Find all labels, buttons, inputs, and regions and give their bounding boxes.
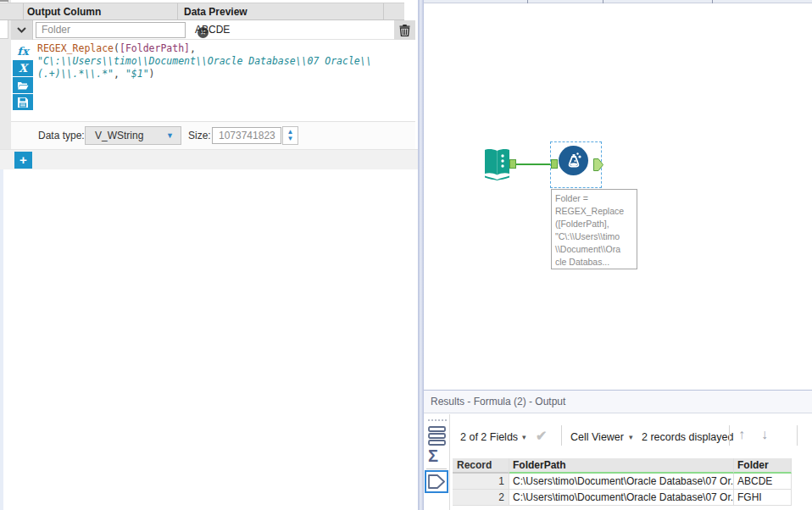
expression-line-1: REGEX_Replace([FolderPath], <box>37 42 405 55</box>
data-type-row: Data type: V_WString ▼ Size: 1073741823 … <box>11 121 415 149</box>
expression-toolbar: fx X <box>13 43 33 111</box>
output-field-row: Folder ✕ ABCDE <box>11 20 415 40</box>
canvas-top-edge <box>424 0 812 3</box>
metadata-view-button[interactable] <box>428 426 446 449</box>
results-panel: Results - Formula (2) - Output Σ <box>424 390 812 510</box>
panel-splitter[interactable] <box>418 0 424 510</box>
fields-caret-icon[interactable]: ▾ <box>522 433 526 441</box>
column-header-bar: Output Column Data Preview <box>0 3 404 20</box>
formula-flask-icon <box>564 151 584 171</box>
functions-button[interactable]: fx <box>13 43 33 59</box>
add-expression-row: + <box>0 149 418 169</box>
strip-divider <box>426 468 447 469</box>
stacked-bars-icon <box>428 426 446 446</box>
fields-dropdown[interactable]: 2 of 2 Fields <box>460 431 518 443</box>
table-row[interactable]: 2 C:\Users\timo\Document\Oracle Database… <box>453 490 792 506</box>
save-expression-button[interactable] <box>13 94 33 110</box>
delete-expression-button[interactable] <box>394 20 415 40</box>
data-type-label: Data type: <box>38 130 85 141</box>
save-icon <box>18 97 28 108</box>
data-view-icon <box>427 474 446 490</box>
workflow-canvas: Folder = REGEX_Replace ([FolderPath], "C… <box>424 0 812 390</box>
header-record[interactable]: Record <box>453 458 509 474</box>
size-stepper[interactable]: ▲ ▼ <box>282 126 298 145</box>
connection-line <box>516 164 551 165</box>
variables-button[interactable]: X <box>13 60 33 76</box>
alteryx-designer-window: Output Column Data Preview Folder ✕ ABCD… <box>0 0 812 510</box>
fx-icon: fx <box>17 45 28 58</box>
data-preview-value: ABCDE <box>195 24 230 36</box>
input-data-tool[interactable] <box>484 148 510 184</box>
sigma-icon: Σ <box>428 446 438 465</box>
profile-view-button[interactable]: Σ <box>428 446 438 466</box>
header-folder[interactable]: Folder <box>734 458 792 474</box>
input-tool-output-anchor[interactable] <box>509 159 516 169</box>
data-view-button-selected[interactable] <box>425 470 448 493</box>
formula-tool[interactable] <box>559 146 588 175</box>
open-expression-button[interactable] <box>13 77 33 93</box>
drag-dots-icon[interactable] <box>428 419 447 421</box>
header-folderpath[interactable]: FolderPath <box>509 458 734 474</box>
tool-annotation[interactable]: Folder = REGEX_Replace ([FolderPath], "C… <box>551 189 637 269</box>
results-table: Record FolderPath Folder 1 C:\Users\timo… <box>453 458 792 506</box>
scroll-down-icon[interactable]: ↓ <box>761 427 768 442</box>
formula-config-panel: Output Column Data Preview Folder ✕ ABCD… <box>0 0 418 510</box>
table-header-row: Record FolderPath Folder <box>453 458 792 474</box>
cell-viewer-dropdown[interactable]: Cell Viewer <box>570 431 624 443</box>
output-column-header: Output Column <box>27 6 101 18</box>
apply-check-icon[interactable]: ✔ <box>536 428 547 444</box>
results-view-strip: Σ <box>424 414 450 510</box>
scroll-up-icon[interactable]: ↑ <box>738 427 745 442</box>
formula-tool-input-anchor[interactable] <box>551 159 558 169</box>
add-expression-button[interactable]: + <box>14 152 32 169</box>
folder-open-icon <box>17 80 29 90</box>
size-label: Size: <box>188 130 211 141</box>
formula-tool-output-anchor[interactable] <box>593 158 603 175</box>
expression-line-2: "C\:\\Users\\timo\\Document\\Oracle Data… <box>37 55 405 68</box>
expression-line-3: (.+)\\.*\\.*", "$1") <box>37 68 405 80</box>
spinner-down-icon[interactable]: ▼ <box>287 136 294 142</box>
results-title: Results - Formula (2) - Output <box>424 391 812 413</box>
results-toolbar: 2 of 2 Fields ▾ ✔ Cell Viewer ▾ 2 record… <box>450 414 812 457</box>
records-displayed-label: 2 records displayed <box>642 431 733 443</box>
x-variable-icon: X <box>19 62 27 75</box>
window-edge <box>0 169 3 510</box>
table-row[interactable]: 1 C:\Users\timo\Document\Oracle Database… <box>453 474 792 490</box>
input-data-book-icon <box>484 148 510 180</box>
data-preview-header: Data Preview <box>184 6 247 18</box>
trash-icon <box>399 24 410 36</box>
cell-viewer-caret-icon[interactable]: ▾ <box>629 433 633 441</box>
data-type-select[interactable]: V_WString ▼ <box>85 126 181 145</box>
dropdown-arrow-icon: ▼ <box>166 127 174 144</box>
expand-row-button[interactable] <box>11 20 33 40</box>
expression-editor[interactable]: REGEX_Replace([FolderPath],"C\:\\Users\\… <box>37 42 405 80</box>
chevron-down-icon <box>17 27 26 33</box>
output-column-input[interactable]: Folder ✕ <box>36 22 186 38</box>
size-input[interactable]: 1073741823 <box>212 127 281 144</box>
